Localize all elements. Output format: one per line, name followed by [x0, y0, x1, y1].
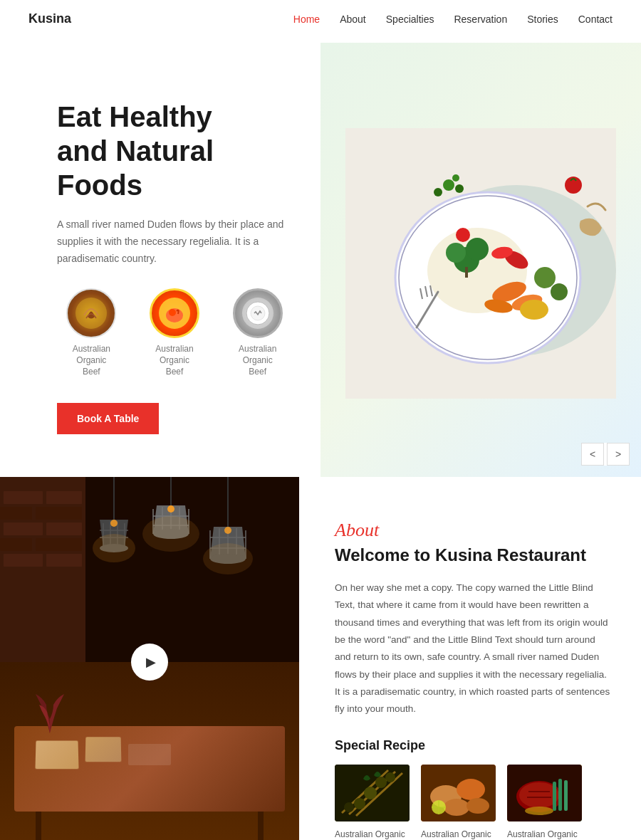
svg-point-28 — [452, 174, 459, 182]
svg-point-14 — [466, 238, 489, 261]
recipe-image-3 — [507, 765, 582, 821]
svg-point-57 — [93, 534, 135, 562]
recipe-image-1 — [335, 765, 410, 821]
svg-rect-99 — [564, 780, 568, 811]
svg-rect-44 — [4, 554, 43, 567]
nav-stories[interactable]: Stories — [527, 14, 558, 25]
about-description: On her way she met a copy. The copy warn… — [335, 579, 613, 718]
svg-point-90 — [444, 799, 469, 816]
svg-rect-98 — [558, 779, 562, 811]
svg-point-21 — [534, 267, 556, 288]
svg-rect-41 — [46, 523, 82, 535]
about-image — [0, 477, 299, 840]
book-table-button[interactable]: Book A Table — [57, 403, 159, 434]
svg-point-85 — [344, 802, 354, 812]
svg-point-67 — [142, 516, 199, 552]
svg-rect-42 — [0, 538, 32, 551]
nav-links: Home About Specialties Reservation Stori… — [293, 14, 613, 25]
svg-point-56 — [110, 520, 118, 527]
svg-rect-36 — [4, 491, 43, 504]
slider-prev-button[interactable]: < — [581, 443, 604, 466]
navbar: Kusina Home About Specialties Reservatio… — [0, 0, 641, 38]
svg-point-24 — [456, 228, 470, 242]
hero-food-item-3: Australian OrganicBeef — [223, 288, 292, 377]
svg-point-23 — [520, 300, 548, 320]
slider-arrows: < > — [581, 443, 630, 466]
nav-specialties[interactable]: Specialties — [386, 14, 434, 25]
svg-point-13 — [446, 243, 466, 263]
svg-point-6 — [251, 306, 265, 320]
recipe-item-3: Australian Organic Beef — [507, 765, 582, 840]
hero-title: Eat Healthy and Natural Foods — [57, 100, 292, 202]
svg-point-66 — [167, 505, 174, 513]
play-button[interactable] — [131, 644, 168, 681]
logo[interactable]: Kusina — [28, 11, 71, 26]
recipe-grid: Australian Organic Beef — [335, 765, 613, 840]
svg-rect-43 — [36, 538, 82, 551]
about-section: About Welcome to Kusina Restaurant On he… — [0, 477, 641, 840]
hero-food-item-2: Australian OrganicBeef — [140, 288, 209, 377]
svg-point-86 — [385, 772, 395, 782]
svg-point-89 — [457, 779, 485, 800]
about-content: About Welcome to Kusina Restaurant On he… — [299, 477, 641, 840]
svg-rect-45 — [46, 554, 82, 567]
nav-contact[interactable]: Contact — [578, 14, 613, 25]
hero-food-circle-1 — [66, 288, 116, 338]
recipe-item-2: Australian Organic Beef — [421, 765, 496, 840]
hero-food-circle-2 — [150, 288, 199, 338]
svg-point-77 — [203, 543, 253, 574]
recipe-label-1: Australian Organic Beef — [335, 829, 405, 840]
hero-food-circle-3 — [233, 288, 283, 338]
hero-bg: < > — [320, 43, 641, 477]
hero-description: A small river named Duden flows by their… — [57, 216, 292, 267]
recipe-image-2 — [421, 765, 496, 821]
hero-food-label-2: Australian OrganicBeef — [140, 344, 209, 377]
svg-point-84 — [375, 777, 387, 788]
about-title: Welcome to Kusina Restaurant — [335, 545, 613, 565]
svg-point-3 — [169, 309, 176, 316]
food-bowl — [320, 50, 641, 477]
special-recipe-title: Special Recipe — [335, 738, 613, 753]
hero-food-items: Australian OrganicBeef Australian Organi… — [57, 288, 292, 377]
slider-next-button[interactable]: > — [607, 443, 630, 466]
svg-rect-38 — [0, 507, 32, 520]
hero-food-item-1: Australian OrganicBeef — [57, 288, 126, 377]
recipe-label-3: Australian Organic Beef — [507, 829, 578, 840]
svg-point-83 — [364, 787, 377, 799]
svg-point-22 — [551, 283, 568, 300]
svg-point-82 — [354, 798, 365, 809]
restaurant-image — [0, 477, 299, 840]
hero-food-label-3: Australian OrganicBeef — [223, 344, 292, 377]
svg-rect-39 — [36, 507, 82, 520]
recipe-label-2: Australian Organic Beef — [421, 829, 491, 840]
svg-point-101 — [525, 807, 553, 815]
svg-rect-37 — [46, 491, 82, 504]
nav-about[interactable]: About — [340, 14, 366, 25]
svg-rect-100 — [553, 782, 556, 811]
nav-home[interactable]: Home — [293, 14, 320, 25]
svg-point-26 — [443, 179, 454, 191]
hero-image: < > — [320, 43, 641, 477]
svg-point-27 — [455, 184, 464, 193]
hero-section: Eat Healthy and Natural Foods A small ri… — [0, 0, 641, 477]
recipe-item-1: Australian Organic Beef — [335, 765, 410, 840]
hero-content: Eat Healthy and Natural Foods A small ri… — [0, 43, 320, 477]
hero-food-label-1: Australian OrganicBeef — [57, 344, 126, 377]
nav-reservation[interactable]: Reservation — [454, 14, 507, 25]
svg-rect-40 — [4, 523, 43, 535]
about-tag: About — [335, 520, 613, 541]
svg-point-76 — [224, 527, 231, 534]
svg-point-91 — [467, 798, 489, 814]
svg-rect-15 — [465, 267, 468, 278]
svg-point-25 — [434, 188, 442, 196]
